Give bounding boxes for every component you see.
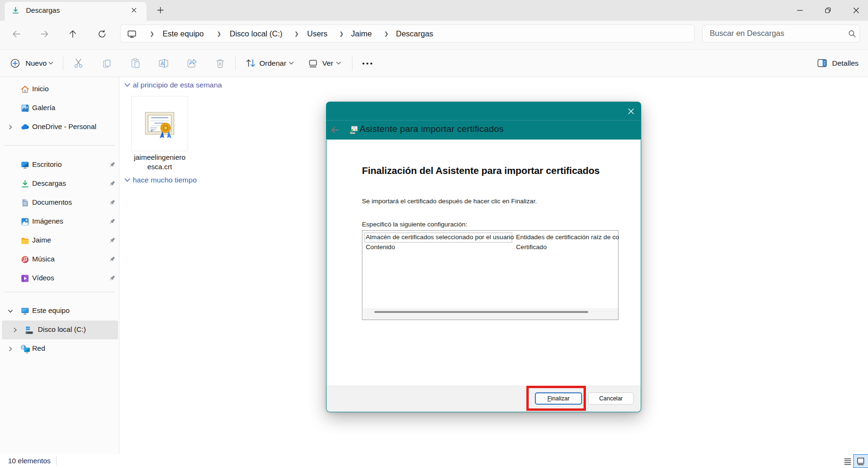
svg-text:A: A: [161, 61, 164, 66]
